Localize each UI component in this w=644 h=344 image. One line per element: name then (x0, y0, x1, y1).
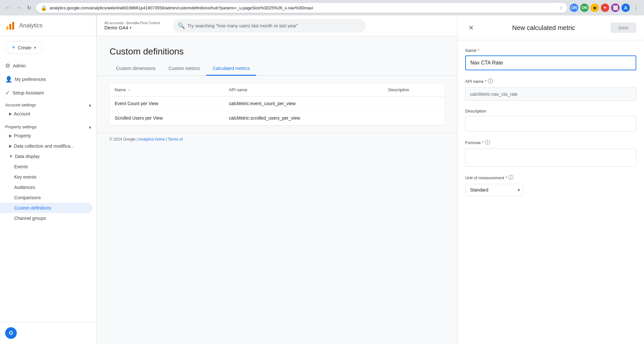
formula-input[interactable] (465, 149, 636, 167)
app-layout: Analytics + Create ▾ ⚙ Admin 👤 My prefer… (0, 15, 644, 344)
chevron-up-icon: ▴ (89, 102, 91, 107)
api-name-help-icon[interactable]: ⓘ (488, 78, 493, 85)
unit-label: Unit of measurement * ⓘ (465, 174, 636, 181)
chevron-right-icon: ▶ (9, 112, 12, 116)
right-panel: ✕ New calculated metric Save Name * API … (457, 15, 644, 344)
tab-custom-dimensions[interactable]: Custom dimensions (110, 62, 162, 76)
extension-icon-5[interactable]: ⬜ (611, 4, 620, 12)
profile-icon[interactable]: A (621, 4, 630, 12)
col-name[interactable]: Name ↑ (110, 84, 224, 96)
sort-icon: ↑ (128, 88, 130, 92)
property-name: Demo GA4 (104, 25, 128, 30)
center-column: All accounts › Bundilla Pest Control Dem… (97, 15, 457, 344)
breadcrumb-area: All accounts › Bundilla Pest Control Dem… (104, 21, 160, 30)
sidebar-bottom: ⚙ (0, 322, 96, 344)
name-field-group: Name * (465, 48, 636, 70)
forward-button[interactable]: → (14, 3, 23, 12)
sidebar-item-data-display[interactable]: ▼ Data display (0, 151, 92, 162)
bookmark-icon[interactable]: ☆ (559, 5, 563, 10)
property-selector[interactable]: Demo GA4 ▾ (104, 25, 160, 30)
preferences-icon: 👤 (5, 76, 12, 83)
cell-api-2: calcMetric:scrolled_users_per_view (224, 111, 383, 125)
table-row[interactable]: Scrolled Users per View calcMetric:scrol… (110, 111, 444, 125)
breadcrumb-top: All accounts › Bundilla Pest Control (104, 21, 160, 25)
chevron-up-2-icon: ▴ (89, 124, 91, 129)
back-button[interactable]: ← (4, 3, 13, 12)
panel-save-button[interactable]: Save (610, 23, 636, 33)
formula-help-icon[interactable]: ⓘ (485, 139, 490, 146)
admin-icon: ⚙ (5, 62, 10, 69)
api-name-label: API name * ⓘ (465, 78, 636, 85)
sidebar-item-comparisons[interactable]: Comparisons (0, 192, 92, 203)
sidebar: + Create ▾ ⚙ Admin 👤 My preferences ✓ Se… (0, 36, 96, 322)
unit-field-group: Unit of measurement * ⓘ Standard Currenc… (465, 174, 636, 196)
sidebar-item-key-events[interactable]: Key events (0, 172, 92, 182)
create-button[interactable]: + Create ▾ (5, 41, 43, 54)
menu-icon[interactable]: ⋮ (632, 4, 640, 12)
chevron-down-icon: ▾ (34, 45, 36, 50)
svg-rect-0 (6, 26, 8, 30)
analytics-title: Analytics (19, 22, 43, 29)
api-name-input[interactable] (465, 87, 636, 101)
extension-icon-2[interactable]: ON (580, 4, 589, 12)
sidebar-item-custom-definitions[interactable]: Custom definitions (0, 203, 92, 213)
sidebar-item-channel-groups[interactable]: Channel groups (0, 213, 92, 223)
page-title: Custom definitions (110, 46, 444, 57)
browser-nav-buttons: ← → ↻ (4, 3, 34, 12)
api-name-field-group: API name * ⓘ (465, 78, 636, 101)
svg-rect-2 (12, 22, 14, 30)
description-label: Description (465, 109, 636, 113)
tab-custom-metrics[interactable]: Custom metrics (162, 62, 206, 76)
tab-calculated-metrics[interactable]: Calculated metrics (206, 62, 256, 76)
cell-desc-2 (383, 111, 444, 125)
reload-button[interactable]: ↻ (24, 3, 34, 12)
table-header-row: Name ↑ API name Description (110, 84, 444, 96)
cell-desc-1 (383, 96, 444, 111)
plus-icon: + (12, 44, 15, 51)
sidebar-item-data-collection[interactable]: ▶ Data collection and modifica... (0, 141, 92, 151)
tabs-bar: Custom dimensions Custom metrics Calcula… (97, 62, 457, 76)
sidebar-item-admin[interactable]: ⚙ Admin (0, 59, 92, 73)
extension-icon-4[interactable]: ✦ (601, 4, 609, 12)
unit-required: * (505, 175, 507, 180)
unit-help-icon[interactable]: ⓘ (508, 174, 514, 181)
lock-icon: 🔒 (41, 5, 47, 11)
col-api-name[interactable]: API name (224, 84, 383, 96)
panel-close-button[interactable]: ✕ (465, 22, 477, 34)
sidebar-item-property[interactable]: ▶ Property (0, 131, 92, 141)
table-container: Name ↑ API name Description (97, 76, 457, 133)
settings-gear-button[interactable]: ⚙ (5, 327, 17, 339)
cell-api-1: calcMetric:event_count_per_view (224, 96, 383, 111)
extension-icon-3[interactable]: ★ (591, 4, 599, 12)
name-required: * (478, 48, 479, 53)
analytics-logo-icon (5, 21, 15, 31)
panel-title: New calculated metric (512, 24, 575, 32)
sidebar-item-setup[interactable]: ✓ Setup Assistant (0, 86, 92, 100)
sidebar-item-audiences[interactable]: Audiences (0, 182, 92, 192)
formula-label: Formula * ⓘ (465, 139, 636, 146)
sidebar-item-preferences[interactable]: 👤 My preferences (0, 73, 92, 86)
table-row[interactable]: Event Count per View calcMetric:event_co… (110, 96, 444, 111)
search-bar[interactable]: 🔍 Try searching "how many users last mon… (173, 19, 366, 33)
panel-body: Name * API name * ⓘ Description (457, 40, 644, 344)
terms-link[interactable]: Terms of (168, 137, 183, 142)
main-content: Custom definitions Custom dimensions Cus… (97, 36, 457, 344)
chevron-right-3-icon: ▶ (9, 144, 12, 148)
description-input[interactable] (465, 116, 636, 132)
search-placeholder-text: Try searching "how many users last month… (187, 23, 298, 28)
setup-icon: ✓ (5, 89, 10, 96)
address-bar[interactable]: 🔒 analytics.google.com/analytics/web/#/a… (36, 3, 567, 13)
analytics-home-link[interactable]: Analytics home (139, 137, 165, 142)
unit-select[interactable]: Standard Currency Feet Miles Meters Kilo… (465, 184, 523, 196)
sidebar-item-account[interactable]: ▶ Account (0, 109, 92, 119)
account-settings-section: Account settings ▴ (0, 100, 96, 109)
logo-area: Analytics (0, 15, 96, 36)
col-description[interactable]: Description (383, 84, 444, 96)
chevron-right-2-icon: ▶ (9, 133, 12, 138)
sidebar-item-events[interactable]: Events (0, 162, 92, 172)
sidebar-top: + Create ▾ (0, 36, 96, 59)
formula-field-group: Formula * ⓘ (465, 139, 636, 167)
dropdown-arrow-icon: ▾ (130, 25, 131, 30)
name-input[interactable] (465, 55, 636, 70)
extension-icon-1[interactable]: ON (570, 4, 578, 12)
